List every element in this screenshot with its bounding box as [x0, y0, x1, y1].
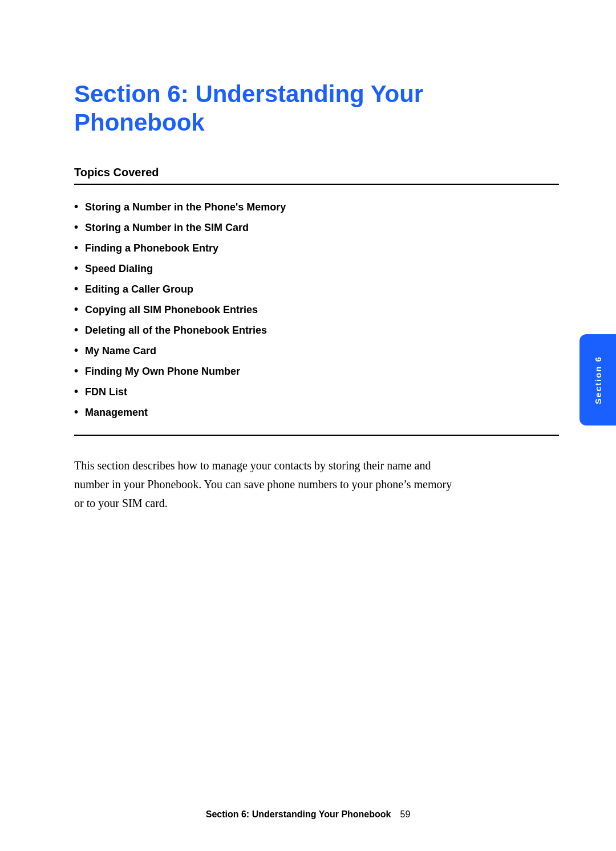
section-tab: Section 6 [579, 334, 616, 426]
bullet-icon: • [74, 345, 78, 356]
divider-bottom [74, 435, 559, 436]
list-item: • Copying all SIM Phonebook Entries [74, 303, 559, 316]
bullet-icon: • [74, 262, 78, 274]
bullet-icon: • [74, 303, 78, 315]
page-title: Section 6: Understanding Your Phonebook [74, 80, 559, 137]
bullet-icon: • [74, 201, 78, 212]
page-container: Section 6: Understanding Your Phonebook … [0, 0, 616, 851]
list-item: • Speed Dialing [74, 262, 559, 275]
footer-title: Section 6: Understanding Your Phonebook [206, 809, 391, 820]
bullet-icon: • [74, 324, 78, 335]
topics-list: • Storing a Number in the Phone's Memory… [74, 201, 559, 419]
bullet-icon: • [74, 406, 78, 418]
topic-label: Storing a Number in the Phone's Memory [85, 201, 286, 213]
topic-label: Speed Dialing [85, 263, 153, 275]
topic-label: Editing a Caller Group [85, 283, 193, 295]
list-item: • Deleting all of the Phonebook Entries [74, 324, 559, 337]
topic-label: Finding a Phonebook Entry [85, 242, 218, 254]
list-item: • FDN List [74, 386, 559, 398]
topics-header: Topics Covered [74, 166, 559, 179]
list-item: • Finding a Phonebook Entry [74, 242, 559, 254]
list-item: • My Name Card [74, 345, 559, 357]
topic-label: FDN List [85, 386, 127, 398]
topic-label: Finding My Own Phone Number [85, 366, 240, 378]
topic-label: Management [85, 407, 148, 419]
title-line1: Section 6: Understanding Your [74, 80, 423, 107]
bullet-icon: • [74, 365, 78, 376]
list-item: • Storing a Number in the Phone's Memory [74, 201, 559, 213]
list-item: • Storing a Number in the SIM Card [74, 221, 559, 234]
bullet-icon: • [74, 386, 78, 397]
body-text: This section describes how to manage you… [74, 456, 462, 513]
topic-label: Deleting all of the Phonebook Entries [85, 325, 267, 337]
topic-label: Storing a Number in the SIM Card [85, 222, 249, 234]
topics-section: Topics Covered • Storing a Number in the… [74, 166, 559, 436]
topic-label: Copying all SIM Phonebook Entries [85, 304, 258, 316]
footer: Section 6: Understanding Your Phonebook … [0, 809, 616, 820]
topic-label: My Name Card [85, 345, 156, 357]
bullet-icon: • [74, 221, 78, 233]
list-item: • Finding My Own Phone Number [74, 365, 559, 378]
title-line2: Phonebook [74, 109, 205, 136]
side-tab-label: Section 6 [593, 356, 603, 404]
list-item: • Editing a Caller Group [74, 283, 559, 295]
bullet-icon: • [74, 242, 78, 253]
divider-top [74, 184, 559, 185]
footer-page-number: 59 [400, 809, 410, 820]
list-item: • Management [74, 406, 559, 419]
bullet-icon: • [74, 283, 78, 294]
